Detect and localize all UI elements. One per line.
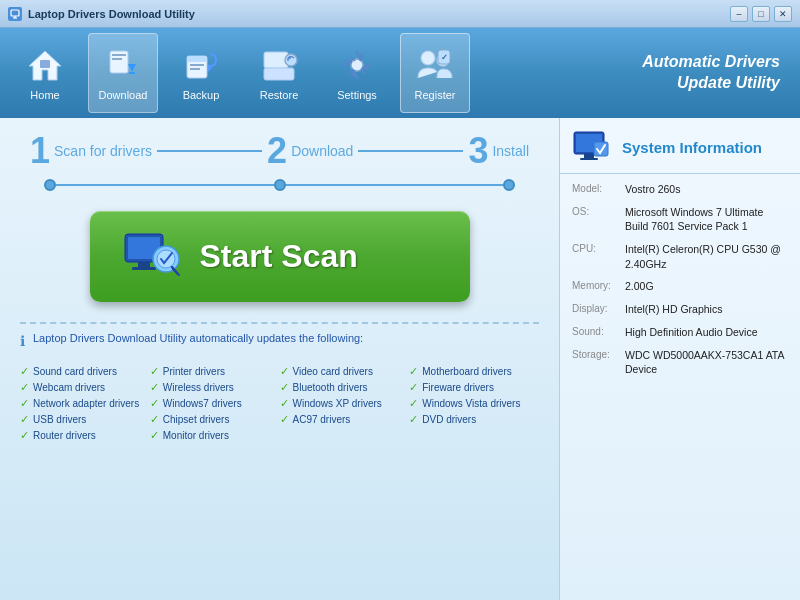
check-icon: ✓: [150, 365, 159, 378]
backup-icon: [181, 45, 221, 85]
close-button[interactable]: ✕: [774, 6, 792, 22]
svg-rect-35: [584, 154, 594, 158]
main-content: 1 Scan for drivers 2 Download 3 Install: [0, 118, 800, 600]
svg-rect-13: [190, 68, 200, 70]
driver-item: ✓Windows7 drivers: [150, 397, 280, 410]
driver-item: ✓Motherboard drivers: [409, 365, 539, 378]
nav-restore[interactable]: Restore: [244, 33, 314, 113]
nav-download-label: Download: [99, 89, 148, 101]
nav-register-label: Register: [415, 89, 456, 101]
nav-download[interactable]: Download: [88, 33, 158, 113]
sys-info-row: Sound: High Definition Audio Device: [572, 325, 788, 340]
nav-home[interactable]: Home: [10, 33, 80, 113]
step-2-number: 2: [267, 133, 287, 169]
driver-item: ✓Sound card drivers: [20, 365, 150, 378]
step-3-label: Install: [492, 143, 529, 159]
app-icon: [8, 7, 22, 21]
sys-info-row: OS: Microsoft Windows 7 Ultimate Build 7…: [572, 205, 788, 234]
check-icon: ✓: [409, 413, 418, 426]
branding-line2: Update Utility: [677, 74, 780, 91]
step-3-number: 3: [468, 133, 488, 169]
download-icon: [103, 45, 143, 85]
check-icon: ✓: [20, 429, 29, 442]
info-text: Laptop Drivers Download Utility automati…: [33, 332, 363, 344]
step-dot-1: [44, 179, 56, 191]
step-3: 3 Install: [468, 133, 529, 169]
sys-info-row: Model: Vostro 260s: [572, 182, 788, 197]
driver-item: ✓Router drivers: [20, 429, 150, 442]
info-row: ℹ Laptop Drivers Download Utility automa…: [20, 322, 539, 357]
check-icon: ✓: [20, 365, 29, 378]
driver-item: ✓Video card drivers: [280, 365, 410, 378]
check-icon: ✓: [280, 397, 289, 410]
info-icon: ℹ: [20, 333, 25, 349]
maximize-button[interactable]: □: [752, 6, 770, 22]
nav-restore-label: Restore: [260, 89, 299, 101]
check-icon: ✓: [20, 413, 29, 426]
sys-info-row: CPU: Intel(R) Celeron(R) CPU G530 @ 2.40…: [572, 242, 788, 271]
step-1: 1 Scan for drivers: [30, 133, 152, 169]
step-1-label: Scan for drivers: [54, 143, 152, 159]
driver-item: ✓Chipset drivers: [150, 413, 280, 426]
driver-item: ✓AC97 drivers: [280, 413, 410, 426]
nav-backup[interactable]: Backup: [166, 33, 236, 113]
step-dot-3: [503, 179, 515, 191]
sys-info-header: System Information: [560, 118, 800, 174]
svg-rect-16: [264, 68, 294, 80]
minimize-button[interactable]: –: [730, 6, 748, 22]
sys-value: 2.00G: [625, 279, 788, 294]
sys-info-row: Memory: 2.00G: [572, 279, 788, 294]
settings-icon: [337, 45, 377, 85]
nav-settings-label: Settings: [337, 89, 377, 101]
svg-point-21: [421, 51, 435, 65]
branding: Automatic Drivers Update Utility: [642, 52, 790, 94]
check-icon: ✓: [280, 381, 289, 394]
title-bar: Laptop Drivers Download Utility – □ ✕: [0, 0, 800, 28]
branding-line1: Automatic Drivers: [642, 53, 780, 70]
svg-text:✓: ✓: [441, 53, 448, 62]
driver-item: ✓USB drivers: [20, 413, 150, 426]
dot-line-1: [56, 184, 274, 186]
toolbar: Home Download: [0, 28, 800, 118]
sys-value: Vostro 260s: [625, 182, 788, 197]
step-line-2: [358, 150, 463, 152]
sys-value: Microsoft Windows 7 Ultimate Build 7601 …: [625, 205, 788, 234]
sys-label: Sound:: [572, 325, 617, 340]
sys-info-title: System Information: [622, 139, 762, 156]
nav-home-label: Home: [30, 89, 59, 101]
step-2-label: Download: [291, 143, 353, 159]
check-icon: ✓: [20, 397, 29, 410]
driver-item: ✓Monitor drivers: [150, 429, 280, 442]
svg-rect-28: [132, 267, 156, 270]
driver-item: ✓Windows XP drivers: [280, 397, 410, 410]
title-bar-left: Laptop Drivers Download Utility: [8, 7, 195, 21]
sys-value: Intel(R) HD Graphics: [625, 302, 788, 317]
sys-value: Intel(R) Celeron(R) CPU G530 @ 2.40GHz: [625, 242, 788, 271]
svg-rect-27: [138, 262, 150, 267]
step-line-1: [157, 150, 262, 152]
driver-item: ✓Webcam drivers: [20, 381, 150, 394]
start-scan-button[interactable]: Start Scan: [90, 211, 470, 302]
step-1-number: 1: [30, 133, 50, 169]
sys-label: Model:: [572, 182, 617, 197]
check-icon: ✓: [409, 381, 418, 394]
toolbar-nav: Home Download: [10, 33, 470, 113]
svg-rect-36: [580, 158, 598, 160]
svg-rect-0: [11, 10, 19, 16]
left-panel: 1 Scan for drivers 2 Download 3 Install: [0, 118, 560, 600]
dot-line-2: [286, 184, 504, 186]
check-icon: ✓: [280, 413, 289, 426]
check-icon: ✓: [20, 381, 29, 394]
sys-label: Memory:: [572, 279, 617, 294]
scan-btn-container: Start Scan: [20, 211, 539, 302]
home-icon: [25, 45, 65, 85]
check-icon: ✓: [280, 365, 289, 378]
sys-label: CPU:: [572, 242, 617, 271]
sys-label: Storage:: [572, 348, 617, 377]
nav-register[interactable]: ✓ Register: [400, 33, 470, 113]
driver-item: ✓Bluetooth drivers: [280, 381, 410, 394]
nav-settings[interactable]: Settings: [322, 33, 392, 113]
window-title: Laptop Drivers Download Utility: [28, 8, 195, 20]
check-icon: ✓: [150, 397, 159, 410]
check-icon: ✓: [409, 365, 418, 378]
